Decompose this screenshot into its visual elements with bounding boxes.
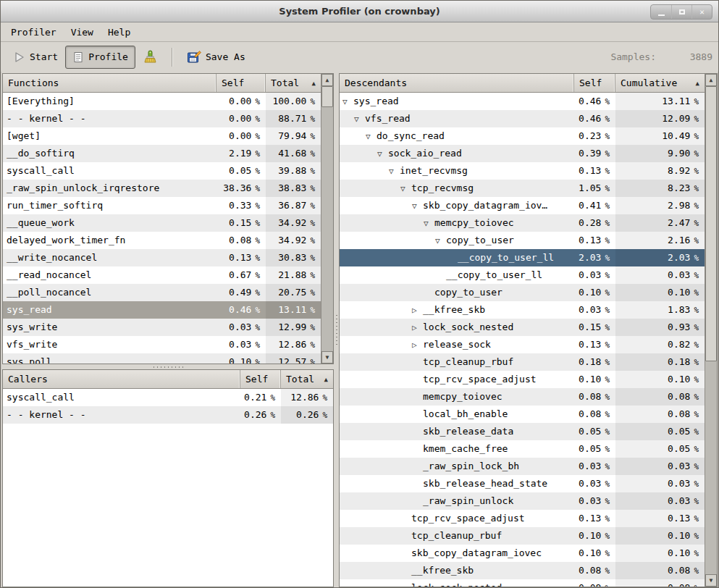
tree-row[interactable]: _raw_spin_lock_bh0.03%0.03% bbox=[340, 458, 705, 475]
expander-open-icon[interactable]: ▽ bbox=[377, 146, 388, 162]
tree-row[interactable]: lock_sock_nested0.08%0.08% bbox=[340, 579, 705, 587]
expander-collapsed-icon[interactable]: ▷ bbox=[412, 302, 423, 319]
scrollbar-thumb[interactable] bbox=[705, 86, 717, 361]
table-row[interactable]: syscall_call0.21%12.86% bbox=[3, 389, 333, 406]
expander-open-icon[interactable]: ▽ bbox=[366, 128, 377, 145]
table-row[interactable]: sys_read0.46%13.11% bbox=[3, 301, 321, 319]
self-value-number: 0.03 bbox=[579, 478, 601, 489]
expander-open-icon[interactable]: ▽ bbox=[424, 215, 434, 232]
callers-total-column-header[interactable]: Total▲ bbox=[281, 370, 333, 388]
expander-open-icon[interactable]: ▽ bbox=[435, 232, 446, 249]
tree-row[interactable]: tcp_cleanup_rbuf0.18%0.18% bbox=[340, 353, 705, 371]
table-row[interactable]: __do_softirq2.19%41.68% bbox=[3, 145, 321, 162]
reset-profile-button[interactable] bbox=[135, 46, 164, 69]
vertical-splitter[interactable] bbox=[334, 72, 339, 587]
tree-row[interactable]: ▽sock_aio_read0.39%9.90% bbox=[340, 145, 705, 162]
table-row[interactable]: __read_nocancel0.67%21.88% bbox=[3, 266, 321, 284]
percent-sign: % bbox=[694, 427, 699, 437]
tree-row[interactable]: ▽sys_read0.46%13.11% bbox=[340, 93, 705, 110]
tree-row[interactable]: skb_release_data0.05%0.05% bbox=[340, 423, 705, 440]
table-row[interactable]: __queue_work0.15%34.92% bbox=[3, 214, 321, 232]
tree-row[interactable]: memcpy_toiovec0.08%0.08% bbox=[340, 388, 705, 406]
tree-row[interactable]: ▷__kfree_skb0.03%1.83% bbox=[340, 301, 705, 319]
tree-row[interactable]: tcp_rcv_space_adjust0.10%0.10% bbox=[340, 371, 705, 388]
tree-row[interactable]: local_bh_enable0.08%0.08% bbox=[340, 406, 705, 423]
tree-row[interactable]: ▽vfs_read0.46%12.09% bbox=[340, 110, 705, 127]
tree-row[interactable]: ▽tcp_recvmsg1.05%8.23% bbox=[340, 180, 705, 197]
scrollbar-thumb[interactable] bbox=[321, 86, 333, 107]
descendant-name: skb_release_head_state bbox=[340, 475, 574, 492]
table-row[interactable]: syscall_call0.05%39.88% bbox=[3, 162, 321, 180]
functions-self-column-header[interactable]: Self bbox=[216, 74, 266, 92]
table-row[interactable]: run_timer_softirq0.33%36.87% bbox=[3, 197, 321, 214]
callers-column-header[interactable]: Callers bbox=[3, 370, 240, 388]
functions-total-column-header[interactable]: Total▲ bbox=[266, 74, 321, 92]
save-as-button[interactable]: Save As bbox=[180, 46, 253, 69]
menu-item-profiler[interactable]: Profiler bbox=[4, 25, 64, 40]
tree-row[interactable]: __copy_to_user_ll0.03%0.03% bbox=[340, 266, 705, 284]
table-row[interactable]: [wget]0.00%79.94% bbox=[3, 127, 321, 145]
table-row[interactable]: vfs_write0.03%12.86% bbox=[3, 336, 321, 353]
scroll-up-button[interactable]: ▲ bbox=[321, 74, 333, 86]
expander-open-icon[interactable]: ▽ bbox=[400, 180, 411, 197]
percent-sign: % bbox=[605, 236, 610, 245]
tree-row[interactable]: ▽do_sync_read0.23%10.49% bbox=[340, 127, 705, 145]
tree-row[interactable]: ▽copy_to_user0.13%2.16% bbox=[340, 232, 705, 249]
table-row[interactable]: _raw_spin_unlock_irqrestore38.36%38.83% bbox=[3, 180, 321, 197]
table-row[interactable]: [Everything]0.00%100.00% bbox=[3, 93, 321, 110]
expander-open-icon[interactable]: ▽ bbox=[412, 198, 423, 214]
tree-row[interactable]: copy_to_user0.10%0.10% bbox=[340, 284, 705, 301]
horizontal-splitter[interactable] bbox=[2, 364, 334, 369]
menu-item-view[interactable]: View bbox=[64, 25, 101, 40]
tree-row[interactable]: ▷lock_sock_nested0.15%0.93% bbox=[340, 319, 705, 336]
tree-row[interactable]: tcp_rcv_space_adjust0.13%0.13% bbox=[340, 510, 705, 527]
expander-collapsed-icon[interactable]: ▷ bbox=[412, 337, 423, 353]
descendants-cumulative-column-header[interactable]: Cumulative▲ bbox=[615, 74, 705, 92]
tree-row[interactable]: ▷release_sock0.13%0.82% bbox=[340, 336, 705, 353]
table-row[interactable]: - - kernel - -0.26%0.26% bbox=[3, 406, 333, 424]
callers-table-header: Callers Self Total▲ bbox=[3, 370, 333, 389]
start-button[interactable]: Start bbox=[7, 46, 65, 69]
table-row[interactable]: sys_write0.03%12.99% bbox=[3, 319, 321, 336]
expander-open-icon[interactable]: ▽ bbox=[389, 163, 400, 180]
cumulative-value: 0.18% bbox=[615, 353, 705, 371]
table-row[interactable]: __write_nocancel0.13%30.83% bbox=[3, 249, 321, 266]
table-row[interactable]: __poll_nocancel0.49%20.75% bbox=[3, 284, 321, 301]
percent-sign: % bbox=[310, 271, 315, 280]
scroll-down-button[interactable]: ▼ bbox=[321, 351, 333, 364]
tree-row[interactable]: skb_copy_datagram_iovec0.10%0.10% bbox=[340, 545, 705, 562]
total-value-number: 100.00 bbox=[272, 96, 306, 106]
tree-row[interactable]: __copy_to_user_ll2.03%2.03% bbox=[340, 249, 705, 266]
table-row[interactable]: sys_poll0.10%12.57% bbox=[3, 353, 321, 364]
menu-item-help[interactable]: Help bbox=[101, 25, 138, 40]
expander-open-icon[interactable]: ▽ bbox=[354, 111, 365, 127]
titlebar[interactable]: System Profiler (on crownbay) ✕ bbox=[1, 1, 718, 22]
functions-scrollbar[interactable]: ▲ ▼ bbox=[321, 74, 333, 364]
table-row[interactable]: - - kernel - -0.00%88.71% bbox=[3, 110, 321, 127]
tree-row[interactable]: tcp_cleanup_rbuf0.10%0.10% bbox=[340, 527, 705, 545]
table-row[interactable]: delayed_work_timer_fn0.08%34.92% bbox=[3, 232, 321, 249]
descendants-scrollbar[interactable]: ▲ ▼ bbox=[705, 74, 717, 587]
profile-toggle-button[interactable]: Profile bbox=[65, 46, 135, 69]
functions-column-header[interactable]: Functions bbox=[3, 74, 216, 92]
tree-row[interactable]: ▽skb_copy_datagram_iov…0.41%2.98% bbox=[340, 197, 705, 214]
expander-open-icon[interactable]: ▽ bbox=[342, 93, 353, 110]
tree-row[interactable]: skb_release_head_state0.03%0.03% bbox=[340, 475, 705, 492]
tree-row[interactable]: kmem_cache_free0.05%0.05% bbox=[340, 440, 705, 458]
tree-row[interactable]: __kfree_skb0.08%0.08% bbox=[340, 562, 705, 579]
descendants-column-header[interactable]: Descendants bbox=[340, 74, 574, 92]
sort-ascending-icon: ▲ bbox=[312, 80, 316, 87]
callers-self-column-header[interactable]: Self bbox=[240, 370, 281, 388]
self-value-number: 0.03 bbox=[229, 339, 251, 350]
percent-sign: % bbox=[310, 219, 315, 228]
tree-row[interactable]: _raw_spin_unlock0.03%0.03% bbox=[340, 492, 705, 510]
maximize-button[interactable] bbox=[671, 5, 691, 19]
descendants-self-column-header[interactable]: Self bbox=[574, 74, 615, 92]
tree-row[interactable]: ▽memcpy_toiovec0.28%2.47% bbox=[340, 214, 705, 232]
close-button[interactable]: ✕ bbox=[691, 5, 712, 19]
minimize-button[interactable] bbox=[651, 5, 671, 19]
tree-row[interactable]: ▽inet_recvmsg0.13%8.92% bbox=[340, 162, 705, 180]
scroll-up-button[interactable]: ▲ bbox=[705, 74, 717, 86]
scroll-down-button[interactable]: ▼ bbox=[705, 574, 717, 587]
expander-collapsed-icon[interactable]: ▷ bbox=[412, 319, 423, 336]
